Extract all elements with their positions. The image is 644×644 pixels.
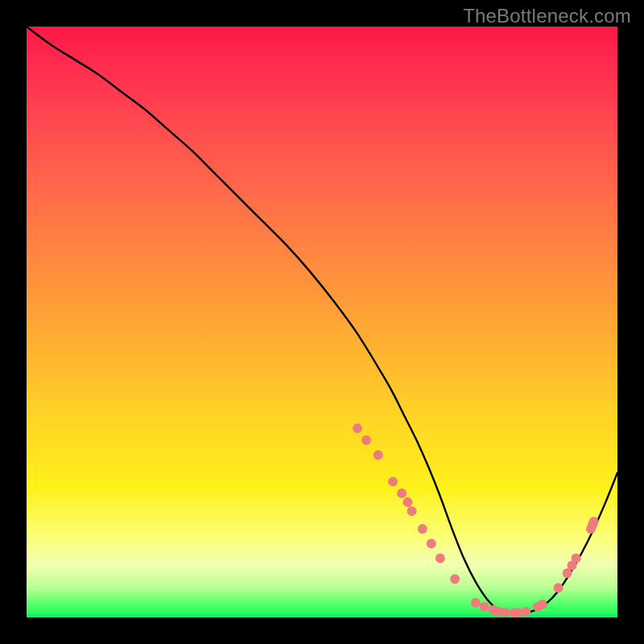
chart-stage: TheBottleneck.com: [0, 0, 644, 644]
watermark-text: TheBottleneck.com: [463, 5, 631, 27]
plot-area: [27, 27, 617, 617]
background-gradient: [27, 27, 617, 617]
